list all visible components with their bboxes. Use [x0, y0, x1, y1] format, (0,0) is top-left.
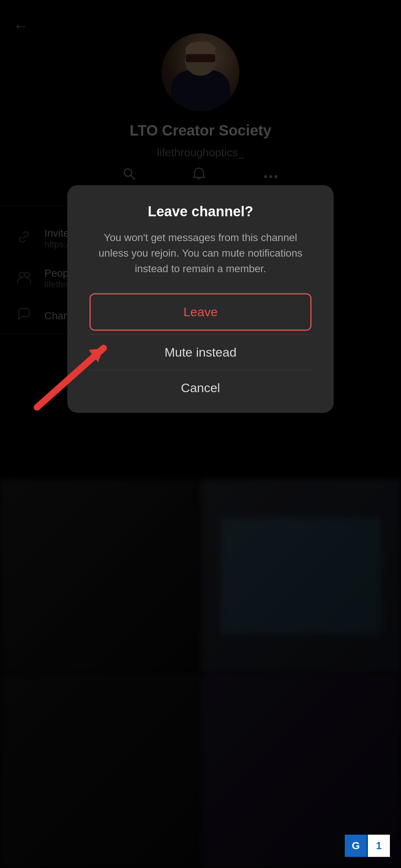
watermark-block2: 1	[368, 835, 390, 857]
watermark: G 1	[345, 835, 390, 857]
dialog-title: Leave channel?	[90, 204, 311, 220]
leave-button[interactable]: Leave	[90, 293, 311, 331]
watermark-block1: G	[345, 835, 367, 857]
dialog-body: You won't get messages from this channel…	[90, 230, 311, 277]
mute-instead-button[interactable]: Mute instead	[90, 334, 311, 370]
cancel-button[interactable]: Cancel	[90, 370, 311, 405]
dialog-backdrop[interactable]	[0, 0, 401, 868]
leave-channel-dialog: Leave channel? You won't get messages fr…	[67, 185, 334, 413]
